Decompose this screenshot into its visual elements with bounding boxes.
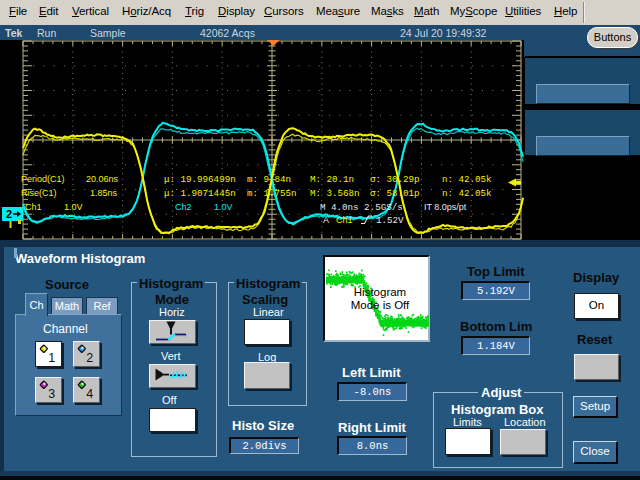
svg-text:μ: 1.9071445n: μ: 1.9071445n <box>164 188 236 199</box>
svg-text:m: 1.755n: m: 1.755n <box>247 188 297 199</box>
svg-text:Ch2: Ch2 <box>175 202 192 212</box>
svg-text:M: 20.1n: M: 20.1n <box>310 174 354 185</box>
svg-text:1: 1 <box>48 351 55 365</box>
svg-text:IT 8.0ps/pt: IT 8.0ps/pt <box>424 202 467 212</box>
svg-text:1.0V: 1.0V <box>64 202 83 212</box>
svg-text:4: 4 <box>86 387 93 401</box>
svg-text:n: 42.05k: n: 42.05k <box>442 174 492 185</box>
svg-text:M: 3.568n: M: 3.568n <box>310 188 360 199</box>
svg-text:Rise(C1): Rise(C1) <box>21 188 57 198</box>
svg-text:μ: 19.996499n: μ: 19.996499n <box>164 174 236 185</box>
svg-text:Ch1: Ch1 <box>336 215 353 225</box>
svg-text:M 4.0ns 2.5GS/s: M 4.0ns 2.5GS/s <box>320 202 403 213</box>
svg-text:m: 9.84n: m: 9.84n <box>247 174 291 185</box>
svg-text:A: A <box>323 215 329 225</box>
svg-text:2: 2 <box>86 351 93 365</box>
svg-text:1.85ns: 1.85ns <box>90 188 118 198</box>
svg-text:n: 42.05k: n: 42.05k <box>442 188 492 199</box>
svg-text:σ: 58.01p: σ: 58.01p <box>370 188 420 199</box>
svg-text:σ: 30.29p: σ: 30.29p <box>370 174 420 185</box>
svg-text:2: 2 <box>6 208 12 220</box>
svg-text:1.0V: 1.0V <box>214 202 233 212</box>
svg-text:Period(C1): Period(C1) <box>21 174 65 184</box>
svg-text:3: 3 <box>48 387 55 401</box>
svg-text:1.52V: 1.52V <box>376 215 404 226</box>
svg-text:20.06ns: 20.06ns <box>86 174 119 184</box>
svg-text:Ch1: Ch1 <box>25 202 42 212</box>
